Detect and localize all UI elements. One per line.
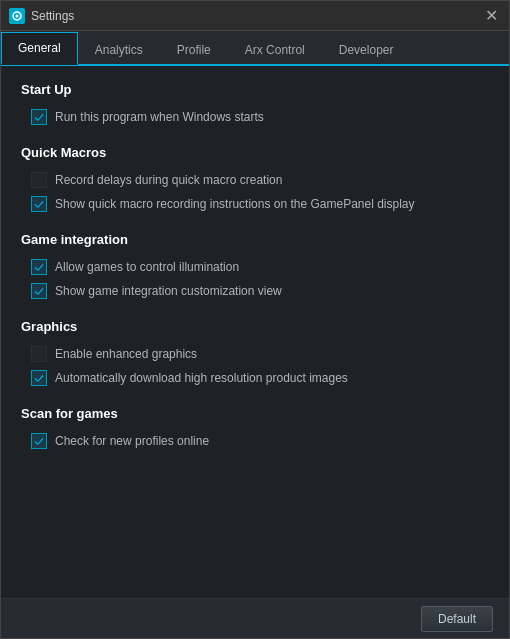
checkbox-enhanced-graphics[interactable] [31,346,47,362]
section-graphics-title: Graphics [21,319,489,334]
checkbox-check-profiles[interactable] [31,433,47,449]
footer: Default [1,598,509,638]
section-quick-macros-title: Quick Macros [21,145,489,160]
default-button[interactable]: Default [421,606,493,632]
tab-profile[interactable]: Profile [160,34,228,65]
setting-show-customization: Show game integration customization view [21,279,489,303]
label-run-on-startup: Run this program when Windows starts [55,110,264,124]
setting-show-instructions: Show quick macro recording instructions … [21,192,489,216]
label-auto-download: Automatically download high resolution p… [55,371,348,385]
close-button[interactable]: ✕ [481,6,501,26]
section-scan-games-title: Scan for games [21,406,489,421]
svg-point-1 [16,14,19,17]
section-game-integration-title: Game integration [21,232,489,247]
setting-auto-download: Automatically download high resolution p… [21,366,489,390]
checkbox-allow-illumination[interactable] [31,259,47,275]
label-enhanced-graphics: Enable enhanced graphics [55,347,197,361]
checkbox-show-customization[interactable] [31,283,47,299]
label-check-profiles: Check for new profiles online [55,434,209,448]
checkbox-record-delays[interactable] [31,172,47,188]
tab-arx-control[interactable]: Arx Control [228,34,322,65]
label-show-customization: Show game integration customization view [55,284,282,298]
label-record-delays: Record delays during quick macro creatio… [55,173,282,187]
checkbox-auto-download[interactable] [31,370,47,386]
app-icon [9,8,25,24]
label-show-instructions: Show quick macro recording instructions … [55,197,415,211]
setting-enhanced-graphics: Enable enhanced graphics [21,342,489,366]
checkbox-show-instructions[interactable] [31,196,47,212]
setting-check-profiles: Check for new profiles online [21,429,489,453]
setting-allow-illumination: Allow games to control illumination [21,255,489,279]
tab-general[interactable]: General [1,32,78,65]
checkbox-run-on-startup[interactable] [31,109,47,125]
window-title: Settings [31,9,481,23]
section-startup-title: Start Up [21,82,489,97]
label-allow-illumination: Allow games to control illumination [55,260,239,274]
tab-analytics[interactable]: Analytics [78,34,160,65]
tab-developer[interactable]: Developer [322,34,411,65]
tab-bar: General Analytics Profile Arx Control De… [1,31,509,66]
title-bar: Settings ✕ [1,1,509,31]
setting-run-on-startup: Run this program when Windows starts [21,105,489,129]
setting-record-delays: Record delays during quick macro creatio… [21,168,489,192]
settings-window: Settings ✕ General Analytics Profile Arx… [0,0,510,639]
settings-content: Start Up Run this program when Windows s… [1,66,509,598]
